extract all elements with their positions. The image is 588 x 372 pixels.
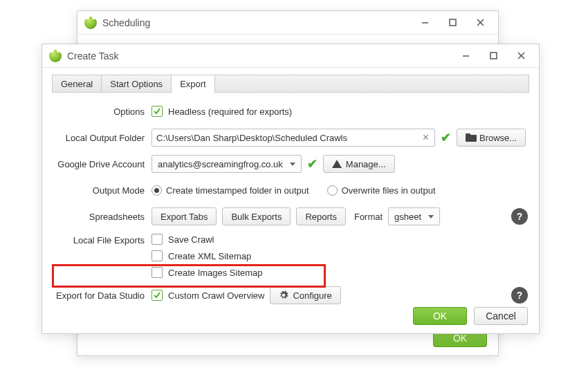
browse-button[interactable]: Browse... bbox=[457, 129, 526, 147]
export-tabs-button[interactable]: Export Tabs bbox=[151, 207, 217, 225]
svg-rect-1 bbox=[450, 19, 456, 26]
help-button[interactable]: ? bbox=[511, 287, 528, 304]
create-task-window: Create Task General Start Options Export… bbox=[42, 44, 540, 334]
chevron-down-icon bbox=[290, 162, 295, 166]
manage-button[interactable]: Manage... bbox=[323, 155, 395, 173]
local-output-input[interactable]: C:\Users\Dan Sharp\Desktop\Scheduled Cra… bbox=[151, 129, 435, 147]
local-output-label: Local Output Folder bbox=[53, 133, 151, 143]
close-button[interactable] bbox=[466, 13, 494, 32]
images-sitemap-label: Create Images Sitemap bbox=[168, 268, 263, 278]
format-dropdown[interactable]: gsheet bbox=[388, 207, 440, 225]
output-mode-overwrite-radio[interactable] bbox=[327, 185, 338, 196]
local-exports-label: Local File Exports bbox=[53, 234, 151, 245]
ok-button[interactable]: OK bbox=[413, 307, 467, 325]
local-output-value: C:\Users\Dan Sharp\Desktop\Scheduled Cra… bbox=[156, 133, 421, 143]
tab-general[interactable]: General bbox=[53, 75, 102, 92]
gdrive-label: Google Drive Account bbox=[53, 159, 151, 169]
configure-button[interactable]: Configure bbox=[270, 286, 340, 304]
folder-icon bbox=[466, 133, 475, 142]
minimize-button[interactable] bbox=[411, 13, 439, 32]
svg-rect-5 bbox=[490, 53, 497, 59]
headless-checkbox[interactable] bbox=[151, 106, 163, 117]
output-mode-overwrite-label: Overwrite files in output bbox=[342, 185, 436, 196]
output-mode-timestamped-label: Create timestamped folder in output bbox=[166, 185, 309, 196]
format-label: Format bbox=[354, 212, 383, 222]
maximize-button[interactable] bbox=[439, 13, 466, 32]
data-studio-label: Export for Data Studio bbox=[53, 290, 151, 301]
custom-overview-checkbox[interactable] bbox=[151, 290, 163, 301]
format-value: gsheet bbox=[394, 212, 421, 222]
gdrive-account-value: analytics@screamingfrog.co.uk bbox=[158, 159, 283, 169]
scheduling-titlebar[interactable]: Scheduling bbox=[77, 11, 498, 35]
xml-sitemap-label: Create XML Sitemap bbox=[168, 251, 251, 261]
bulk-exports-button[interactable]: Bulk Exports bbox=[222, 207, 291, 225]
output-mode-timestamped-radio[interactable] bbox=[151, 185, 162, 196]
create-task-titlebar[interactable]: Create Task bbox=[42, 44, 539, 68]
output-mode-label: Output Mode bbox=[53, 185, 151, 196]
drive-icon bbox=[332, 159, 342, 169]
help-button[interactable]: ? bbox=[511, 208, 528, 225]
chevron-down-icon bbox=[428, 215, 434, 218]
spreadsheets-label: Spreadsheets bbox=[53, 212, 151, 222]
custom-overview-label: Custom Crawl Overview bbox=[168, 290, 264, 301]
valid-check-icon: ✔ bbox=[441, 130, 451, 145]
tab-bar: General Start Options Export bbox=[52, 75, 529, 93]
maximize-button[interactable] bbox=[479, 46, 507, 66]
options-label: Options bbox=[53, 106, 151, 117]
save-crawl-label: Save Crawl bbox=[168, 234, 214, 245]
minimize-button[interactable] bbox=[452, 46, 479, 66]
scheduling-title: Scheduling bbox=[102, 17, 150, 28]
tab-start-options[interactable]: Start Options bbox=[102, 75, 172, 92]
cancel-button[interactable]: Cancel bbox=[474, 307, 528, 325]
app-icon bbox=[84, 17, 97, 29]
gear-icon bbox=[279, 290, 288, 300]
images-sitemap-checkbox[interactable] bbox=[151, 267, 163, 278]
reports-button[interactable]: Reports bbox=[296, 207, 346, 225]
gdrive-account-dropdown[interactable]: analytics@screamingfrog.co.uk bbox=[151, 155, 302, 173]
valid-check-icon: ✔ bbox=[307, 156, 318, 171]
create-task-title: Create Task bbox=[67, 50, 118, 62]
tab-export[interactable]: Export bbox=[172, 75, 215, 93]
headless-label: Headless (required for exports) bbox=[168, 106, 292, 117]
close-button[interactable] bbox=[507, 46, 535, 66]
save-crawl-checkbox[interactable] bbox=[151, 234, 163, 245]
clear-icon[interactable]: × bbox=[421, 131, 430, 144]
app-icon bbox=[49, 50, 62, 62]
xml-sitemap-checkbox[interactable] bbox=[151, 250, 163, 261]
